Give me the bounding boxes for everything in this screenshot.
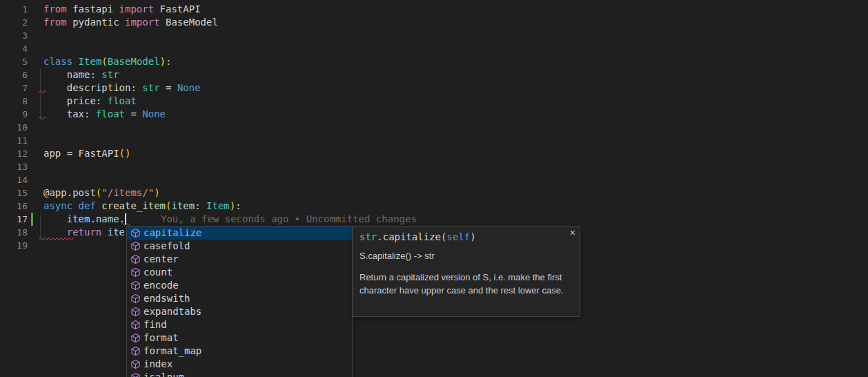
suggestion-item[interactable]: endswith xyxy=(127,292,352,305)
suggestion-item[interactable]: find xyxy=(127,318,352,331)
symbol-method-icon xyxy=(130,307,141,318)
token-plain: tax: xyxy=(43,108,96,119)
code-line[interactable]: 4 xyxy=(0,42,868,55)
token-type: Item xyxy=(79,56,102,67)
token-plain: : xyxy=(235,200,241,211)
token-type: float xyxy=(108,95,137,106)
line-number: 1 xyxy=(0,3,28,16)
code-line[interactable]: 10 xyxy=(0,121,868,134)
code-text: price: float xyxy=(43,95,137,108)
token-plain: description: xyxy=(43,82,142,93)
close-icon[interactable]: × xyxy=(570,227,575,238)
suggestion-item[interactable]: encode xyxy=(127,279,352,292)
symbol-method-icon xyxy=(130,372,141,377)
token-kw: None xyxy=(177,82,201,93)
symbol-method-icon xyxy=(130,228,141,239)
suggestion-item[interactable]: capitalize xyxy=(127,226,352,240)
suggestion-label: index xyxy=(144,358,172,371)
code-line[interactable]: 3 xyxy=(0,29,868,42)
code-line[interactable]: 13 xyxy=(0,160,868,173)
suggestion-item[interactable]: isalnum xyxy=(127,371,352,377)
suggestion-item[interactable]: index xyxy=(127,358,352,371)
token-plain: : xyxy=(166,56,171,67)
token-var: name xyxy=(96,213,119,224)
token-plain: price: xyxy=(43,95,108,106)
token-type: BaseModel xyxy=(108,56,160,67)
token-plain: name: xyxy=(43,69,101,80)
line-number: 13 xyxy=(0,160,28,173)
code-text: name: str xyxy=(43,68,119,81)
token-ctrl: from xyxy=(43,3,67,14)
line-number: 19 xyxy=(0,239,28,252)
code-line[interactable]: 11 xyxy=(0,134,868,147)
code-line[interactable]: 9 tax: float = None xyxy=(0,108,868,121)
token-plain: = xyxy=(125,108,142,119)
token-kw: async xyxy=(43,200,72,211)
line-number: 8 xyxy=(0,95,28,108)
token-plain xyxy=(72,56,78,67)
token-paren: () xyxy=(119,148,131,159)
token-kw: class xyxy=(43,56,72,67)
line-number: 3 xyxy=(0,29,28,42)
code-line[interactable]: 15@app.post("/items/") xyxy=(0,186,868,200)
code-line[interactable]: 12app = FastAPI() xyxy=(0,147,868,160)
token-ctrl: import xyxy=(125,17,160,28)
token-plain: @app.post xyxy=(43,187,96,198)
line-number: 9 xyxy=(0,108,28,121)
token-func: create_item xyxy=(101,200,166,211)
token-plain xyxy=(101,226,107,238)
symbol-method-icon xyxy=(130,254,141,265)
token-plain: . xyxy=(90,213,95,224)
token-var: item xyxy=(67,213,90,224)
line-number: 7 xyxy=(0,81,28,95)
token-type: str xyxy=(359,231,377,242)
symbol-method-icon xyxy=(130,333,141,344)
code-line[interactable]: 14 xyxy=(0,173,868,186)
suggestion-item[interactable]: format xyxy=(127,331,352,345)
suggestion-item[interactable]: expandtabs xyxy=(127,305,352,318)
token-plain: : xyxy=(195,200,206,211)
code-line[interactable]: 7 description: str = None xyxy=(0,81,868,95)
code-line[interactable]: 16async def create_item(item: Item): xyxy=(0,200,868,213)
suggestion-label: endswith xyxy=(144,292,190,305)
code-line[interactable]: 1from fastapi import FastAPI xyxy=(0,3,868,16)
line-number: 16 xyxy=(0,200,28,213)
symbol-method-icon xyxy=(130,293,141,304)
gutter-added-line-indicator xyxy=(31,213,33,226)
doc-summary: S.capitalize() -> str xyxy=(359,251,573,261)
symbol-method-icon xyxy=(130,280,141,291)
line-number: 2 xyxy=(0,16,28,29)
suggestion-label: find xyxy=(144,318,167,331)
token-type: str xyxy=(101,69,119,80)
code-text: description: str = None xyxy=(43,81,201,95)
code-line[interactable]: 2from pydantic import BaseModel xyxy=(0,16,868,29)
autocomplete-dropdown: capitalize casefold center count encode … xyxy=(126,226,353,377)
line-number: 15 xyxy=(0,186,28,200)
code-text: async def create_item(item: Item): xyxy=(43,200,241,213)
token-ctrl: from xyxy=(43,17,67,28)
code-line[interactable]: 6 name: str xyxy=(0,68,868,81)
symbol-method-icon xyxy=(130,241,141,252)
suggestion-docs-popup: × str.capitalize(self) S.capitalize() ->… xyxy=(353,226,580,317)
suggestion-item[interactable]: format_map xyxy=(127,345,352,358)
symbol-method-icon xyxy=(130,346,141,357)
code-line[interactable]: 17 item.name. xyxy=(0,213,868,226)
code-text: app = FastAPI() xyxy=(43,147,130,160)
token-type: float xyxy=(96,108,125,119)
token-paren: ) xyxy=(230,200,235,211)
token-paren: ( xyxy=(101,56,107,67)
line-number: 11 xyxy=(0,134,28,147)
indent-guide xyxy=(40,68,41,121)
suggestion-label: format xyxy=(144,331,179,345)
code-line[interactable]: 5class Item(BaseModel): xyxy=(0,55,868,68)
token-plain: BaseModel xyxy=(160,17,218,28)
suggestion-item[interactable]: count xyxy=(127,266,352,279)
suggestion-item[interactable]: casefold xyxy=(127,240,352,253)
suggestion-item[interactable]: center xyxy=(127,253,352,266)
suggestion-signature: str.capitalize(self) xyxy=(359,231,573,242)
line-number: 10 xyxy=(0,121,28,134)
token-plain: FastAPI xyxy=(154,3,200,14)
code-line[interactable]: 8 price: float xyxy=(0,95,868,108)
token-kw: None xyxy=(142,108,166,119)
suggestion-label: expandtabs xyxy=(144,305,201,318)
